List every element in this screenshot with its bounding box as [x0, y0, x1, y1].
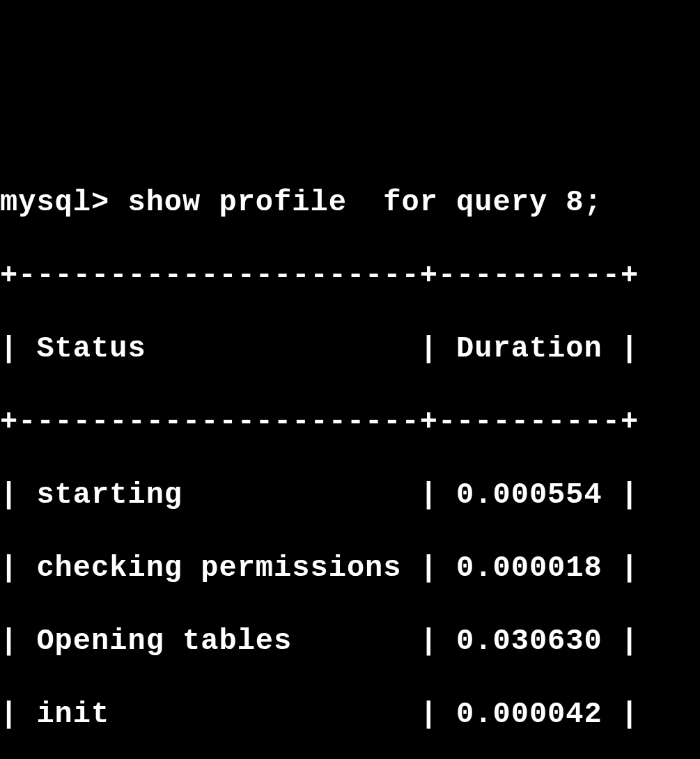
table-row: | checking permissions | 0.000018 |	[0, 550, 700, 587]
table-row: | starting | 0.000554 |	[0, 477, 700, 514]
command-line[interactable]: mysql> show profile for query 8;	[0, 185, 700, 221]
sql-command: show profile for query 8;	[127, 186, 602, 219]
table-row: | init | 0.000042 |	[0, 696, 700, 733]
mysql-terminal: mysql> show profile for query 8; +------…	[0, 146, 700, 759]
table-border-top: +----------------------+----------+	[0, 258, 700, 295]
mysql-prompt: mysql>	[0, 186, 127, 219]
table-border-mid: +----------------------+----------+	[0, 404, 700, 441]
table-header: | Status | Duration |	[0, 331, 700, 368]
table-row: | Opening tables | 0.030630 |	[0, 623, 700, 660]
